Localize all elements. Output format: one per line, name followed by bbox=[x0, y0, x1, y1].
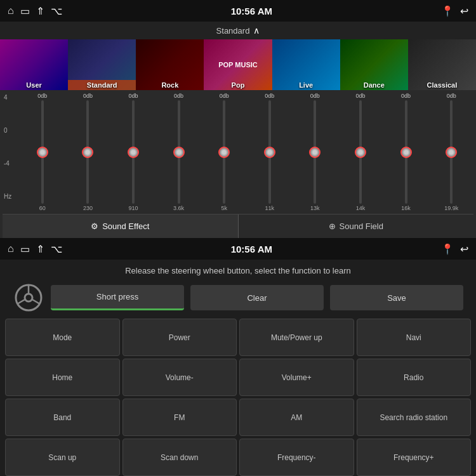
genre-classical[interactable]: Classical bbox=[408, 39, 476, 90]
eq-thumb-36k[interactable] bbox=[173, 147, 185, 158]
eq-thumb-13k[interactable] bbox=[309, 147, 321, 158]
eq-freq-60: 60 bbox=[39, 205, 46, 211]
fn-search-radio[interactable]: Search radio station bbox=[357, 399, 472, 436]
location-icon[interactable]: 📍 bbox=[441, 5, 454, 17]
save-button[interactable]: Save bbox=[330, 285, 463, 310]
eq-freq-14k: 14k bbox=[356, 205, 366, 211]
eq-freq-16k: 16k bbox=[401, 205, 411, 211]
bottom-status-bar-right: 📍 ↩ bbox=[441, 243, 468, 255]
fn-volume-down[interactable]: Volume- bbox=[122, 359, 237, 396]
fn-volume-up[interactable]: Volume+ bbox=[239, 359, 354, 396]
fn-home[interactable]: Home bbox=[5, 359, 120, 396]
fn-frequency-up[interactable]: Frequency+ bbox=[357, 439, 472, 476]
top-status-bar: ⌂ ▭ ⇑ ⌥ 10:56 AM 📍 ↩ bbox=[0, 0, 476, 22]
eq-thumb-14k[interactable] bbox=[355, 147, 366, 158]
genre-pop[interactable]: POP MUSIC Pop bbox=[204, 39, 272, 90]
genre-live[interactable]: Live bbox=[272, 39, 340, 90]
eq-band-36k-db: 0db bbox=[174, 93, 183, 99]
eq-band-16k: 0db 16k bbox=[384, 93, 428, 211]
eq-slider-16k[interactable] bbox=[405, 100, 407, 204]
back-icon[interactable]: ↩ bbox=[460, 5, 468, 17]
genre-pop-label: Pop bbox=[204, 80, 272, 90]
up-icon[interactable]: ⇑ bbox=[36, 5, 44, 17]
eq-thumb-60[interactable] bbox=[37, 147, 48, 158]
sound-effect-tab[interactable]: ⚙ Sound Effect bbox=[3, 215, 238, 238]
eq-grid: 4 0 -4 Hz 0db 60 0db bbox=[3, 93, 473, 211]
eq-band-13k-db: 0db bbox=[310, 93, 320, 99]
eq-slider-199k[interactable] bbox=[450, 100, 453, 204]
current-genre-label: Standard bbox=[216, 26, 250, 36]
eq-slider-230[interactable] bbox=[86, 100, 89, 204]
svg-point-1 bbox=[25, 294, 32, 301]
eq-slider-11k[interactable] bbox=[268, 100, 271, 204]
eq-band-230: 0db 230 bbox=[66, 93, 110, 211]
usb-icon-2[interactable]: ⌥ bbox=[51, 243, 62, 255]
eq-slider-36k[interactable] bbox=[178, 100, 180, 204]
eq-slider-13k[interactable] bbox=[314, 100, 316, 204]
status-bar-left-icons: ⌂ ▭ ⇑ ⌥ bbox=[8, 5, 62, 17]
fn-am[interactable]: AM bbox=[239, 399, 354, 436]
fn-power[interactable]: Power bbox=[122, 319, 237, 356]
sound-effect-icon: ⚙ bbox=[91, 221, 98, 231]
genre-live-label: Live bbox=[272, 80, 340, 90]
bottom-time-display: 10:56 AM bbox=[231, 244, 272, 255]
eq-slider-910[interactable] bbox=[132, 100, 135, 204]
eq-slider-5k[interactable] bbox=[223, 100, 225, 204]
fn-scan-down[interactable]: Scan down bbox=[122, 439, 237, 476]
eq-freq-36k: 3.6k bbox=[173, 205, 184, 211]
home-icon-2[interactable]: ⌂ bbox=[8, 243, 14, 255]
eq-top-db: 4 bbox=[4, 94, 18, 101]
genre-dance[interactable]: Dance bbox=[340, 39, 408, 90]
clear-button[interactable]: Clear bbox=[190, 285, 324, 310]
usb-icon[interactable]: ⌥ bbox=[51, 5, 62, 17]
screen-icon[interactable]: ▭ bbox=[20, 5, 30, 17]
genre-selector-bar[interactable]: Standard ∧ bbox=[0, 22, 476, 39]
eq-freq-910: 910 bbox=[128, 205, 138, 211]
eq-thumb-11k[interactable] bbox=[264, 147, 275, 158]
eq-freq-199k: 19.9k bbox=[444, 205, 458, 211]
eq-tab-bar: ⚙ Sound Effect ⊕ Sound Field bbox=[3, 214, 473, 238]
location-icon-2[interactable]: 📍 bbox=[441, 243, 454, 255]
equalizer-panel: ⌂ ▭ ⇑ ⌥ 10:56 AM 📍 ↩ Standard ∧ User Sta… bbox=[0, 0, 476, 238]
steering-wheel-icon bbox=[13, 282, 44, 314]
fn-navi[interactable]: Navi bbox=[357, 319, 472, 356]
eq-band-199k: 0db 19.9k bbox=[429, 93, 473, 211]
eq-thumb-910[interactable] bbox=[128, 147, 139, 158]
eq-mid-db: 0 bbox=[4, 127, 18, 134]
back-icon-2[interactable]: ↩ bbox=[460, 243, 468, 255]
up-icon-2[interactable]: ⇑ bbox=[36, 243, 44, 255]
fn-scan-up[interactable]: Scan up bbox=[5, 439, 120, 476]
genre-rock[interactable]: Rock bbox=[136, 39, 204, 90]
genre-user-label: User bbox=[0, 80, 68, 90]
eq-thumb-5k[interactable] bbox=[218, 147, 230, 158]
fn-frequency-down[interactable]: Frequency- bbox=[239, 439, 354, 476]
genre-chevron-icon[interactable]: ∧ bbox=[253, 25, 260, 36]
fn-mute-power-up[interactable]: Mute/Power up bbox=[239, 319, 354, 356]
eq-slider-14k[interactable] bbox=[359, 100, 362, 204]
eq-band-11k-db: 0db bbox=[265, 93, 274, 99]
eq-thumb-230[interactable] bbox=[82, 147, 93, 158]
sound-effect-label: Sound Effect bbox=[102, 221, 149, 231]
controls-row: Short press Clear Save bbox=[0, 279, 476, 319]
short-press-button[interactable]: Short press bbox=[51, 285, 184, 310]
eq-thumb-16k[interactable] bbox=[400, 147, 412, 158]
sound-field-tab[interactable]: ⊕ Sound Field bbox=[239, 215, 474, 238]
genre-user[interactable]: User bbox=[0, 39, 68, 90]
sound-field-label: Sound Field bbox=[340, 221, 383, 231]
eq-freq-11k: 11k bbox=[265, 205, 275, 211]
eq-unit-hz: Hz bbox=[4, 193, 18, 200]
home-icon[interactable]: ⌂ bbox=[8, 5, 14, 17]
eq-band-11k: 0db 11k bbox=[248, 93, 292, 211]
eq-sliders-row: 0db 60 0db 230 0db bbox=[20, 93, 473, 211]
eq-band-14k: 0db 14k bbox=[338, 93, 383, 211]
eq-thumb-199k[interactable] bbox=[446, 147, 457, 158]
fn-mode[interactable]: Mode bbox=[5, 319, 120, 356]
screen-icon-2[interactable]: ▭ bbox=[20, 243, 30, 255]
fn-radio[interactable]: Radio bbox=[357, 359, 472, 396]
svg-line-4 bbox=[32, 300, 40, 304]
fn-fm[interactable]: FM bbox=[122, 399, 237, 436]
fn-band[interactable]: Band bbox=[5, 399, 120, 436]
genre-standard[interactable]: Standard bbox=[68, 39, 136, 90]
svg-line-3 bbox=[17, 300, 25, 304]
eq-slider-60[interactable] bbox=[41, 100, 44, 204]
